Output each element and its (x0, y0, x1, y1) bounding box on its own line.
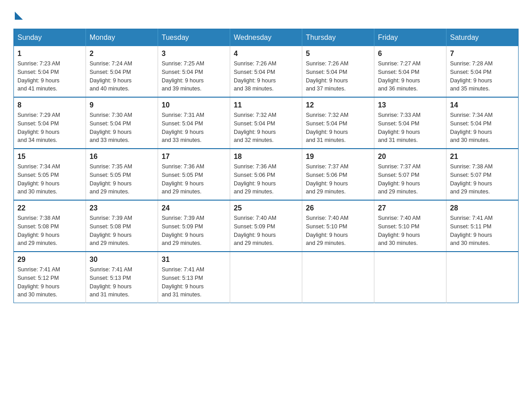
day-number: 12 (306, 101, 370, 109)
logo (13, 9, 23, 20)
day-info: Sunrise: 7:38 AM Sunset: 5:07 PM Dayligh… (450, 163, 515, 196)
calendar-cell: 23 Sunrise: 7:39 AM Sunset: 5:08 PM Dayl… (86, 200, 158, 252)
calendar-cell: 11 Sunrise: 7:32 AM Sunset: 5:04 PM Dayl… (230, 97, 302, 149)
calendar-cell: 9 Sunrise: 7:30 AM Sunset: 5:04 PM Dayli… (86, 97, 158, 149)
day-info: Sunrise: 7:29 AM Sunset: 5:04 PM Dayligh… (17, 111, 82, 145)
day-number: 17 (162, 153, 226, 161)
calendar-cell: 12 Sunrise: 7:32 AM Sunset: 5:04 PM Dayl… (302, 97, 374, 149)
day-info: Sunrise: 7:26 AM Sunset: 5:04 PM Dayligh… (234, 60, 298, 93)
day-number: 8 (17, 101, 82, 109)
week-row-3: 15 Sunrise: 7:34 AM Sunset: 5:05 PM Dayl… (14, 149, 519, 200)
day-info: Sunrise: 7:31 AM Sunset: 5:04 PM Dayligh… (162, 111, 226, 145)
day-info: Sunrise: 7:34 AM Sunset: 5:04 PM Dayligh… (450, 111, 515, 145)
day-number: 30 (90, 256, 154, 264)
day-info: Sunrise: 7:39 AM Sunset: 5:08 PM Dayligh… (90, 214, 154, 248)
day-info: Sunrise: 7:33 AM Sunset: 5:04 PM Dayligh… (378, 111, 442, 145)
calendar-cell: 21 Sunrise: 7:38 AM Sunset: 5:07 PM Dayl… (446, 149, 519, 200)
calendar-table: SundayMondayTuesdayWednesdayThursdayFrid… (13, 29, 519, 303)
calendar-cell: 30 Sunrise: 7:41 AM Sunset: 5:13 PM Dayl… (86, 252, 158, 303)
calendar-cell: 27 Sunrise: 7:40 AM Sunset: 5:10 PM Dayl… (374, 200, 446, 252)
day-number: 7 (450, 50, 515, 58)
day-info: Sunrise: 7:24 AM Sunset: 5:04 PM Dayligh… (90, 60, 154, 93)
day-info: Sunrise: 7:40 AM Sunset: 5:10 PM Dayligh… (378, 214, 442, 248)
day-info: Sunrise: 7:38 AM Sunset: 5:08 PM Dayligh… (17, 214, 82, 248)
column-header-monday: Monday (86, 29, 158, 47)
column-header-tuesday: Tuesday (158, 29, 230, 47)
day-info: Sunrise: 7:41 AM Sunset: 5:12 PM Dayligh… (17, 265, 82, 299)
day-number: 10 (162, 101, 226, 109)
calendar-cell: 19 Sunrise: 7:37 AM Sunset: 5:06 PM Dayl… (302, 149, 374, 200)
calendar-cell: 4 Sunrise: 7:26 AM Sunset: 5:04 PM Dayli… (230, 46, 302, 97)
day-number: 13 (378, 101, 442, 109)
calendar-cell: 22 Sunrise: 7:38 AM Sunset: 5:08 PM Dayl… (14, 200, 86, 252)
calendar-cell: 31 Sunrise: 7:41 AM Sunset: 5:13 PM Dayl… (158, 252, 230, 303)
day-number: 22 (17, 204, 82, 212)
day-info: Sunrise: 7:26 AM Sunset: 5:04 PM Dayligh… (306, 60, 370, 93)
day-number: 21 (450, 153, 515, 161)
day-info: Sunrise: 7:27 AM Sunset: 5:04 PM Dayligh… (378, 60, 442, 93)
calendar-cell: 26 Sunrise: 7:40 AM Sunset: 5:10 PM Dayl… (302, 200, 374, 252)
column-header-thursday: Thursday (302, 29, 374, 47)
day-number: 1 (17, 50, 82, 58)
day-info: Sunrise: 7:35 AM Sunset: 5:05 PM Dayligh… (90, 163, 154, 196)
day-number: 16 (90, 153, 154, 161)
day-number: 24 (162, 204, 226, 212)
day-info: Sunrise: 7:37 AM Sunset: 5:06 PM Dayligh… (306, 163, 370, 196)
day-info: Sunrise: 7:23 AM Sunset: 5:04 PM Dayligh… (17, 60, 82, 93)
page-header (13, 9, 519, 20)
day-number: 26 (306, 204, 370, 212)
calendar-cell: 24 Sunrise: 7:39 AM Sunset: 5:09 PM Dayl… (158, 200, 230, 252)
column-header-sunday: Sunday (14, 29, 86, 47)
day-number: 3 (162, 50, 226, 58)
day-info: Sunrise: 7:25 AM Sunset: 5:04 PM Dayligh… (162, 60, 226, 93)
calendar-cell (374, 252, 446, 303)
day-number: 9 (90, 101, 154, 109)
day-info: Sunrise: 7:32 AM Sunset: 5:04 PM Dayligh… (306, 111, 370, 145)
calendar-cell: 14 Sunrise: 7:34 AM Sunset: 5:04 PM Dayl… (446, 97, 519, 149)
day-number: 4 (234, 50, 298, 58)
day-info: Sunrise: 7:40 AM Sunset: 5:10 PM Dayligh… (306, 214, 370, 248)
day-info: Sunrise: 7:34 AM Sunset: 5:05 PM Dayligh… (17, 163, 82, 196)
day-number: 18 (234, 153, 298, 161)
day-number: 29 (17, 256, 82, 264)
day-info: Sunrise: 7:32 AM Sunset: 5:04 PM Dayligh… (234, 111, 298, 145)
day-info: Sunrise: 7:37 AM Sunset: 5:07 PM Dayligh… (378, 163, 442, 196)
calendar-cell: 13 Sunrise: 7:33 AM Sunset: 5:04 PM Dayl… (374, 97, 446, 149)
day-number: 2 (90, 50, 154, 58)
day-number: 20 (378, 153, 442, 161)
calendar-cell: 29 Sunrise: 7:41 AM Sunset: 5:12 PM Dayl… (14, 252, 86, 303)
calendar-cell: 17 Sunrise: 7:36 AM Sunset: 5:05 PM Dayl… (158, 149, 230, 200)
day-info: Sunrise: 7:36 AM Sunset: 5:06 PM Dayligh… (234, 163, 298, 196)
column-header-saturday: Saturday (446, 29, 519, 47)
calendar-cell (230, 252, 302, 303)
calendar-cell (302, 252, 374, 303)
day-number: 6 (378, 50, 442, 58)
day-number: 23 (90, 204, 154, 212)
calendar-cell: 5 Sunrise: 7:26 AM Sunset: 5:04 PM Dayli… (302, 46, 374, 97)
calendar-cell: 16 Sunrise: 7:35 AM Sunset: 5:05 PM Dayl… (86, 149, 158, 200)
calendar-cell (446, 252, 519, 303)
day-number: 27 (378, 204, 442, 212)
column-header-friday: Friday (374, 29, 446, 47)
day-info: Sunrise: 7:39 AM Sunset: 5:09 PM Dayligh… (162, 214, 226, 248)
calendar-cell: 8 Sunrise: 7:29 AM Sunset: 5:04 PM Dayli… (14, 97, 86, 149)
day-number: 31 (162, 256, 226, 264)
calendar-header-row: SundayMondayTuesdayWednesdayThursdayFrid… (14, 29, 519, 47)
day-info: Sunrise: 7:41 AM Sunset: 5:11 PM Dayligh… (450, 214, 515, 248)
calendar-cell: 28 Sunrise: 7:41 AM Sunset: 5:11 PM Dayl… (446, 200, 519, 252)
calendar-cell: 7 Sunrise: 7:28 AM Sunset: 5:04 PM Dayli… (446, 46, 519, 97)
calendar-cell: 1 Sunrise: 7:23 AM Sunset: 5:04 PM Dayli… (14, 46, 86, 97)
day-number: 25 (234, 204, 298, 212)
calendar-cell: 10 Sunrise: 7:31 AM Sunset: 5:04 PM Dayl… (158, 97, 230, 149)
calendar-cell: 15 Sunrise: 7:34 AM Sunset: 5:05 PM Dayl… (14, 149, 86, 200)
calendar-cell: 18 Sunrise: 7:36 AM Sunset: 5:06 PM Dayl… (230, 149, 302, 200)
column-header-wednesday: Wednesday (230, 29, 302, 47)
day-number: 15 (17, 153, 82, 161)
day-number: 28 (450, 204, 515, 212)
calendar-cell: 20 Sunrise: 7:37 AM Sunset: 5:07 PM Dayl… (374, 149, 446, 200)
day-number: 19 (306, 153, 370, 161)
calendar-cell: 25 Sunrise: 7:40 AM Sunset: 5:09 PM Dayl… (230, 200, 302, 252)
day-info: Sunrise: 7:41 AM Sunset: 5:13 PM Dayligh… (162, 265, 226, 299)
day-info: Sunrise: 7:40 AM Sunset: 5:09 PM Dayligh… (234, 214, 298, 248)
calendar-cell: 2 Sunrise: 7:24 AM Sunset: 5:04 PM Dayli… (86, 46, 158, 97)
